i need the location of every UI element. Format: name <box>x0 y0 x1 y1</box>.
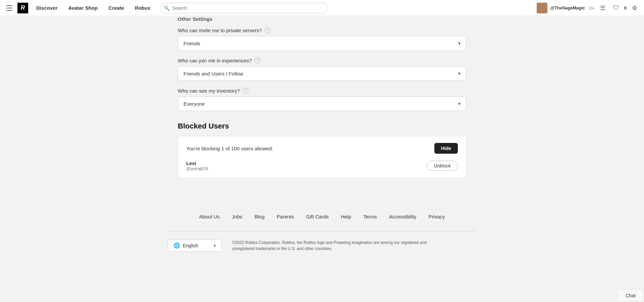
inventory-label: Who can see my inventory? ? <box>178 88 466 94</box>
hamburger-menu[interactable] <box>4 3 15 13</box>
chevron-down-icon: ▾ <box>458 101 461 106</box>
main-content: Other Settings Who can invite me to priv… <box>171 16 473 198</box>
blocked-user-handle: @aviraj828 <box>186 166 421 171</box>
settings-icon-btn[interactable]: ⚙ <box>629 3 640 13</box>
nav-avatar-shop[interactable]: Avatar Shop <box>64 0 102 16</box>
nav-discover[interactable]: Discover <box>32 0 61 16</box>
inventory-help-icon[interactable]: ? <box>243 88 249 94</box>
hide-button[interactable]: Hide <box>434 143 458 154</box>
footer-copyright: ©2022 Roblox Corporation. Roblox, the Ro… <box>232 240 433 252</box>
nav-username: @TheSageMagic <box>550 5 585 10</box>
join-experiences-help-icon[interactable]: ? <box>255 57 261 63</box>
join-experiences-dropdown[interactable]: Friends and Users I Follow ▾ <box>178 66 466 81</box>
user-avatar <box>537 3 547 13</box>
footer-link-gift-cards[interactable]: Gift Cards <box>300 212 335 221</box>
chat-button[interactable]: Chat <box>617 289 644 302</box>
inventory-setting: Who can see my inventory? ? Everyone ▾ <box>178 88 466 111</box>
private-servers-setting: Who can invite me to private servers? ? … <box>178 27 466 51</box>
nav-create[interactable]: Create <box>104 0 128 16</box>
footer-link-jobs[interactable]: Jobs <box>226 212 249 221</box>
blocking-info: You're blocking 1 of 100 users allowed: <box>186 146 273 151</box>
language-label: English <box>183 243 198 248</box>
footer-link-terms[interactable]: Terms <box>357 212 383 221</box>
language-selector[interactable]: 🌐 English ▾ <box>168 239 221 252</box>
join-experiences-label: Who can join me in experiences? ? <box>178 57 466 63</box>
footer-link-accessibility[interactable]: Accessibility <box>383 212 423 221</box>
nav-right: @TheSageMagic 13+ ☰ 🛡 0 ⚙ <box>537 3 640 13</box>
footer-links: About Us Jobs Blog Parents Gift Cards He… <box>161 212 483 221</box>
blocked-user-info: Levi @aviraj828 <box>186 160 421 171</box>
footer-link-about-us[interactable]: About Us <box>193 212 226 221</box>
join-experiences-setting: Who can join me in experiences? ? Friend… <box>178 57 466 81</box>
robux-count: 0 <box>624 5 627 10</box>
footer-bottom: 🌐 English ▾ ©2022 Roblox Corporation. Ro… <box>161 239 483 258</box>
section-title: Other Settings <box>178 16 466 22</box>
chevron-down-icon: ▾ <box>458 71 461 76</box>
footer-link-privacy[interactable]: Privacy <box>422 212 451 221</box>
table-row: Levi @aviraj828 Unblock <box>186 160 458 171</box>
nav-robux[interactable]: Robux <box>131 0 155 16</box>
inventory-dropdown[interactable]: Everyone ▾ <box>178 96 466 111</box>
footer: About Us Jobs Blog Parents Gift Cards He… <box>154 198 490 258</box>
chevron-down-icon: ▾ <box>458 41 461 46</box>
footer-divider <box>168 231 476 231</box>
footer-link-blog[interactable]: Blog <box>249 212 271 221</box>
private-servers-dropdown[interactable]: Friends ▾ <box>178 36 466 51</box>
navbar: R Discover Avatar Shop Create Robux 🔍 @T… <box>0 0 644 16</box>
chevron-down-icon: ▾ <box>214 243 216 248</box>
footer-link-parents[interactable]: Parents <box>271 212 300 221</box>
private-servers-help-icon[interactable]: ? <box>265 27 271 33</box>
search-icon: 🔍 <box>164 5 169 11</box>
search-container: 🔍 <box>160 3 328 13</box>
roblox-logo: R <box>17 3 28 13</box>
blocked-users-header: You're blocking 1 of 100 users allowed: … <box>186 143 458 154</box>
private-servers-label: Who can invite me to private servers? ? <box>178 27 466 33</box>
age-badge: 13+ <box>588 6 595 10</box>
unblock-button[interactable]: Unblock <box>427 161 458 171</box>
blocked-user-name: Levi <box>186 160 421 166</box>
blocked-users-title: Blocked Users <box>178 122 466 131</box>
footer-link-help[interactable]: Help <box>335 212 357 221</box>
blocked-users-card: You're blocking 1 of 100 users allowed: … <box>178 136 466 178</box>
globe-icon: 🌐 <box>173 242 180 249</box>
search-input[interactable] <box>160 3 328 13</box>
chat-icon-btn[interactable]: ☰ <box>597 3 608 13</box>
shield-icon-btn[interactable]: 🛡 <box>611 3 622 13</box>
